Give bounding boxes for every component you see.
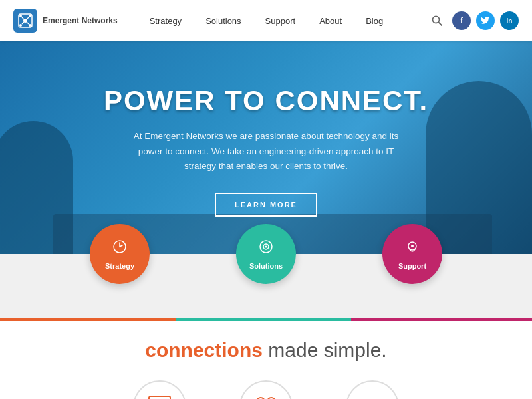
logo-area[interactable]: Emergent Networks <box>13 9 118 33</box>
svg-point-17 <box>411 245 414 247</box>
nav-item-solutions[interactable]: Solutions <box>194 0 253 41</box>
svg-point-5 <box>29 24 31 27</box>
support-circle-button[interactable]: Support <box>382 224 442 284</box>
circle-strategy: Strategy <box>90 224 150 284</box>
hero-subtitle: At Emergent Networks we are passionate a… <box>126 129 406 175</box>
color-bar <box>0 318 532 321</box>
logo-text: Emergent Networks <box>43 16 118 25</box>
svg-point-15 <box>265 245 267 247</box>
bottom-icon-monitor <box>133 380 186 399</box>
svg-line-11 <box>439 23 442 26</box>
hero-section: POWER TO CONNECT. At Emergent Networks w… <box>0 41 532 254</box>
solutions-icon <box>258 239 274 258</box>
monitor-icon <box>133 380 186 399</box>
math-icon: 1+1 <box>346 380 399 399</box>
circle-solutions: Solutions <box>236 224 296 284</box>
nav-item-support[interactable]: Support <box>253 0 308 41</box>
people-icon <box>239 380 293 399</box>
twitter-icon[interactable] <box>476 11 495 30</box>
bottom-icon-math: 1+1 <box>346 380 399 399</box>
nav-item-blog[interactable]: Blog <box>354 0 395 41</box>
svg-line-7 <box>27 17 29 19</box>
svg-point-4 <box>19 24 22 27</box>
circles-section: Strategy Solutions <box>0 254 532 321</box>
svg-line-6 <box>22 17 24 19</box>
strategy-label: Strategy <box>105 262 134 270</box>
header-right: f in <box>427 11 519 31</box>
svg-line-9 <box>27 22 29 24</box>
support-icon <box>404 239 420 258</box>
tagline: connections made simple. <box>145 339 386 362</box>
bottom-icon-people <box>239 380 293 399</box>
nav-item-about[interactable]: About <box>307 0 354 41</box>
svg-point-2 <box>19 15 22 17</box>
svg-rect-18 <box>149 396 170 399</box>
hero-content: POWER TO CONNECT. At Emergent Networks w… <box>0 41 532 254</box>
support-label: Support <box>398 262 426 270</box>
facebook-icon[interactable]: f <box>452 11 471 30</box>
nav: Strategy Solutions Support About Blog <box>138 0 427 41</box>
svg-line-8 <box>22 22 24 24</box>
bottom-icons-section: 1+1 <box>0 374 532 399</box>
nav-item-strategy[interactable]: Strategy <box>138 0 194 41</box>
search-icon[interactable] <box>427 11 447 31</box>
svg-point-3 <box>29 15 31 17</box>
header: Emergent Networks Strategy Solutions Sup… <box>0 0 532 41</box>
logo-icon <box>13 9 37 33</box>
tagline-section: connections made simple. <box>0 321 532 374</box>
circle-support: Support <box>382 224 442 284</box>
solutions-label: Solutions <box>249 262 283 270</box>
strategy-icon <box>112 239 128 258</box>
solutions-circle-button[interactable]: Solutions <box>236 224 296 284</box>
circles-row: Strategy Solutions <box>90 224 442 284</box>
linkedin-icon[interactable]: in <box>500 11 519 30</box>
hero-title: POWER TO CONNECT. <box>104 85 428 117</box>
strategy-circle-button[interactable]: Strategy <box>90 224 150 284</box>
tagline-rest: made simple. <box>263 339 387 361</box>
tagline-bold: connections <box>145 339 263 361</box>
learn-more-button[interactable]: LEARN MORE <box>215 193 317 217</box>
